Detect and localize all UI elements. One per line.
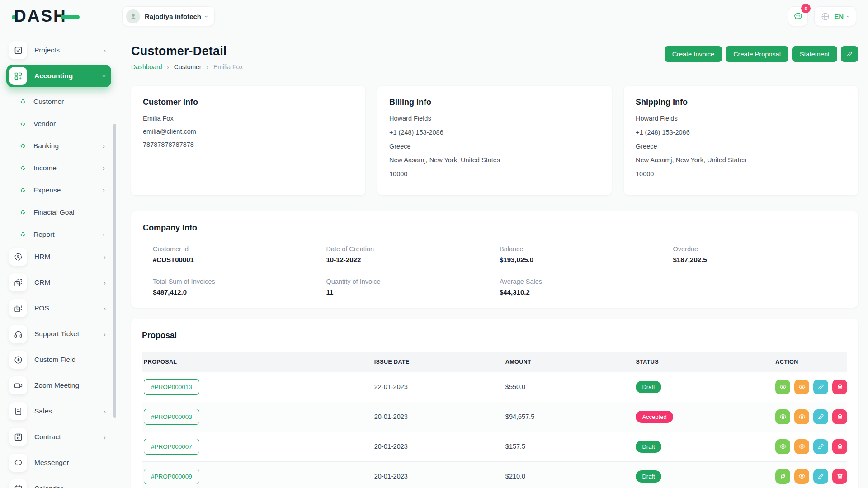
globe-icon xyxy=(821,12,830,21)
shipping-phone: +1 (248) 153-2086 xyxy=(636,128,846,138)
sidebar-item-banking[interactable]: Banking › xyxy=(6,135,111,157)
proposal-link[interactable]: #PROP000013 xyxy=(144,379,199,395)
proposal-title: Proposal xyxy=(142,331,847,340)
row-actions xyxy=(774,439,849,454)
delete-button[interactable] xyxy=(832,380,847,394)
trash-icon xyxy=(836,473,844,480)
sidebar-item-messenger[interactable]: Messenger xyxy=(6,451,111,474)
preview-button[interactable] xyxy=(794,409,809,424)
sidebar-item-label: Accounting xyxy=(34,72,73,80)
messages-badge: 0 xyxy=(801,4,811,13)
sidebar-item-crm[interactable]: CRM › xyxy=(6,271,111,294)
chevron-down-icon: › xyxy=(101,75,108,77)
sidebar-item-contract[interactable]: Contract › xyxy=(6,426,111,448)
field-quantity-of-invoice: Quantity of Invoice 11 xyxy=(326,278,500,296)
main-content: Customer-Detail Dashboard › Customer › E… xyxy=(131,39,858,488)
view-button[interactable] xyxy=(775,409,790,424)
edit-button[interactable] xyxy=(813,439,828,454)
col-proposal: PROPOSAL xyxy=(142,359,373,365)
workspace-selector[interactable]: Rajodiya infotech › xyxy=(122,6,215,26)
copy-squares-icon xyxy=(9,299,27,317)
logo-text: DASH xyxy=(12,7,80,26)
pencil-icon xyxy=(817,473,825,480)
sidebar-item-label: Expense xyxy=(33,186,61,194)
breadcrumb-customer[interactable]: Customer xyxy=(174,63,202,70)
edit-customer-button[interactable] xyxy=(841,46,858,62)
shipping-address: New Aasamj, New York, United States xyxy=(636,155,846,165)
company-info-card: Company Info Customer Id #CUST00001 Date… xyxy=(131,211,858,308)
shipping-info-card: Shipping Info Howard Fields +1 (248) 153… xyxy=(624,86,858,195)
create-invoice-button[interactable]: Create Invoice xyxy=(665,46,722,62)
sidebar-item-sales[interactable]: Sales › xyxy=(6,400,111,422)
col-amount: AMOUNT xyxy=(505,359,635,365)
sidebar-item-accounting[interactable]: Accounting › xyxy=(6,65,111,87)
logo-label: DASH xyxy=(14,7,67,26)
logo-dash xyxy=(61,15,80,19)
chevron-down-icon: › xyxy=(203,15,211,18)
sidebar-item-label: Report xyxy=(33,230,55,239)
headset-icon xyxy=(9,325,27,343)
sidebar-item-vendor[interactable]: Vendor xyxy=(6,113,111,135)
edit-button[interactable] xyxy=(813,469,828,484)
eye-icon xyxy=(798,413,806,420)
sidebar-item-projects[interactable]: Projects › xyxy=(6,39,111,61)
view-button[interactable] xyxy=(775,439,790,454)
ring-bullet-icon xyxy=(20,187,26,193)
view-button[interactable] xyxy=(775,380,790,394)
breadcrumb-separator: › xyxy=(207,64,208,70)
breadcrumb-dashboard[interactable]: Dashboard xyxy=(131,63,162,70)
customer-name: Emilia Fox xyxy=(143,114,354,124)
chevron-right-icon: › xyxy=(104,433,106,441)
sidebar-item-expense[interactable]: Expense › xyxy=(6,179,111,201)
eye-icon xyxy=(798,473,806,480)
proposal-link[interactable]: #PROP000009 xyxy=(144,469,199,484)
sidebar-item-report[interactable]: Report › xyxy=(6,223,111,245)
sidebar-item-hrm[interactable]: HRM › xyxy=(6,245,111,268)
checkbox-icon xyxy=(9,41,27,59)
sidebar-item-pos[interactable]: POS › xyxy=(6,297,111,319)
messages-button[interactable]: 0 xyxy=(788,6,808,26)
card-title: Shipping Info xyxy=(636,98,846,107)
shipping-zip: 10000 xyxy=(636,169,846,179)
sidebar-item-income[interactable]: Income › xyxy=(6,157,111,179)
delete-button[interactable] xyxy=(832,439,847,454)
proposal-link[interactable]: #PROP000003 xyxy=(144,409,199,425)
edit-button[interactable] xyxy=(813,380,828,394)
create-proposal-button[interactable]: Create Proposal xyxy=(726,46,788,62)
sidebar-item-customer[interactable]: Customer xyxy=(6,90,111,113)
convert-button[interactable] xyxy=(775,469,790,484)
sidebar-item-label: Projects xyxy=(34,46,60,54)
statement-button[interactable]: Statement xyxy=(792,46,837,62)
floppy-icon xyxy=(9,428,27,446)
plus-circle-icon xyxy=(9,351,27,369)
sidebar-scrollbar[interactable] xyxy=(113,124,116,418)
ring-bullet-icon xyxy=(20,99,26,104)
language-selector[interactable]: EN › xyxy=(814,6,856,26)
sidebar-item-calendar[interactable]: Calendar xyxy=(6,477,111,488)
sidebar-item-custom-field[interactable]: Custom Field xyxy=(6,348,111,371)
person-icon xyxy=(129,12,138,21)
sidebar-item-label: Calendar xyxy=(34,484,63,488)
status-badge: Draft xyxy=(636,381,661,393)
preview-button[interactable] xyxy=(794,439,809,454)
amount: $94,657.5 xyxy=(505,413,635,420)
chevron-right-icon: › xyxy=(103,142,105,150)
sidebar-item-zoom-meeting[interactable]: Zoom Meeting xyxy=(6,374,111,397)
sidebar-item-support-ticket[interactable]: Support Ticket › xyxy=(6,323,111,345)
field-customer-id: Customer Id #CUST00001 xyxy=(153,245,326,263)
delete-button[interactable] xyxy=(832,409,847,424)
edit-button[interactable] xyxy=(813,409,828,424)
preview-button[interactable] xyxy=(794,469,809,484)
preview-button[interactable] xyxy=(794,380,809,394)
proposal-link[interactable]: #PROP000007 xyxy=(144,439,199,455)
delete-button[interactable] xyxy=(832,469,847,484)
sidebar-item-finacial-goal[interactable]: Finacial Goal xyxy=(6,201,111,223)
sidebar: Projects › Accounting › Customer Vendor … xyxy=(6,39,111,488)
ring-bullet-icon xyxy=(20,231,26,237)
sidebar-item-label: CRM xyxy=(34,278,50,286)
logo: DASH xyxy=(12,7,122,26)
customer-phone: 78787878787878 xyxy=(143,140,354,150)
sidebar-item-label: Vendor xyxy=(33,120,56,128)
field-date-of-creation: Date of Creation 10-12-2022 xyxy=(326,245,500,263)
chevron-right-icon: › xyxy=(104,47,106,54)
